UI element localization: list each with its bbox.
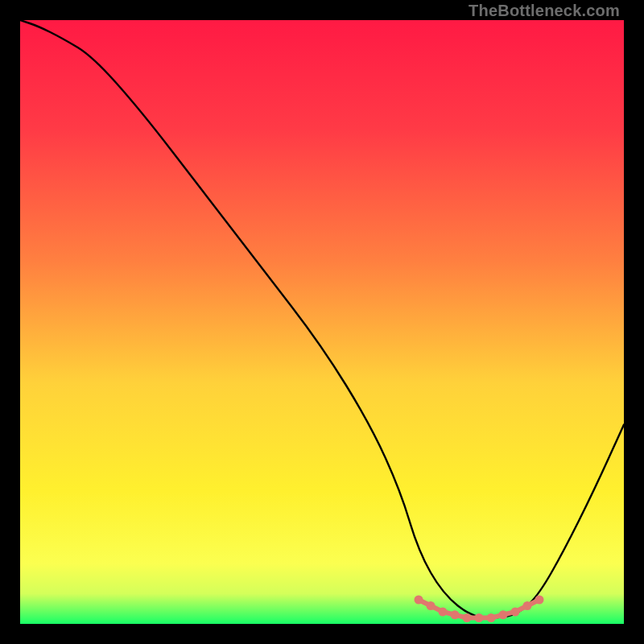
optimal-range-dot (475, 613, 484, 622)
optimal-range-dot (451, 610, 460, 619)
optimal-range-dot (523, 601, 532, 610)
optimal-range-dot (511, 608, 520, 617)
chart-background-gradient (20, 20, 624, 624)
optimal-range-dot (415, 596, 423, 605)
chart-frame (20, 20, 624, 624)
optimal-range-dot (463, 613, 472, 622)
watermark-text: TheBottleneck.com (469, 2, 620, 20)
optimal-range-dot (439, 608, 448, 617)
optimal-range-dot (427, 601, 436, 610)
optimal-range-dot (499, 610, 508, 619)
optimal-range-dot (535, 596, 544, 605)
bottleneck-chart (20, 20, 624, 624)
optimal-range-dot (487, 613, 496, 622)
